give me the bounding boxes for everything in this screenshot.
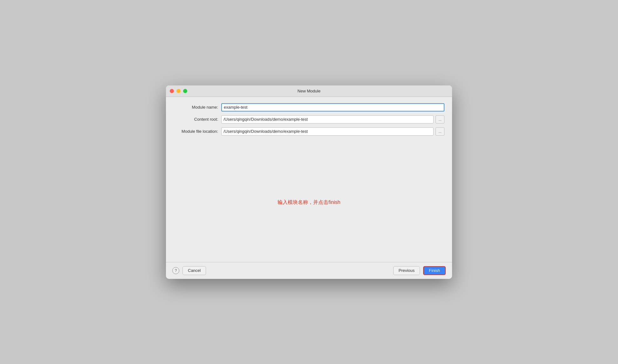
- module-name-row: Module name:: [174, 103, 444, 111]
- content-root-label: Content root:: [174, 117, 221, 122]
- content-root-input[interactable]: [221, 115, 434, 124]
- close-button[interactable]: [170, 89, 174, 93]
- title-bar: New Module: [166, 85, 452, 97]
- previous-button[interactable]: Previous: [393, 266, 420, 275]
- center-annotation: 输入模块名称，并点击finish: [174, 199, 444, 206]
- module-file-location-row: Module file location: ...: [174, 127, 444, 136]
- module-file-location-input[interactable]: [221, 127, 434, 136]
- dialog-footer: ? Cancel Previous Finish: [166, 262, 452, 279]
- module-file-location-label: Module file location:: [174, 129, 221, 134]
- module-name-input[interactable]: [221, 103, 444, 111]
- footer-right: Previous Finish: [393, 266, 446, 275]
- dialog-window: New Module Module name: Content root: ..…: [166, 85, 452, 279]
- module-name-label: Module name:: [174, 105, 221, 110]
- module-name-input-wrapper: [221, 103, 444, 111]
- dialog-body: Module name: Content root: ... Module fi…: [166, 97, 452, 262]
- window-controls: [170, 89, 187, 93]
- content-root-input-wrapper: ...: [221, 115, 444, 124]
- cancel-button[interactable]: Cancel: [182, 266, 206, 275]
- minimize-button[interactable]: [176, 89, 181, 93]
- help-button[interactable]: ?: [172, 267, 179, 274]
- footer-left: ? Cancel: [172, 266, 206, 275]
- content-root-row: Content root: ...: [174, 115, 444, 124]
- module-file-location-browse-button[interactable]: ...: [436, 127, 444, 136]
- finish-button[interactable]: Finish: [423, 266, 446, 275]
- content-root-browse-button[interactable]: ...: [436, 115, 444, 124]
- maximize-button[interactable]: [183, 89, 187, 93]
- dialog-title: New Module: [298, 89, 320, 93]
- module-file-location-input-wrapper: ...: [221, 127, 444, 136]
